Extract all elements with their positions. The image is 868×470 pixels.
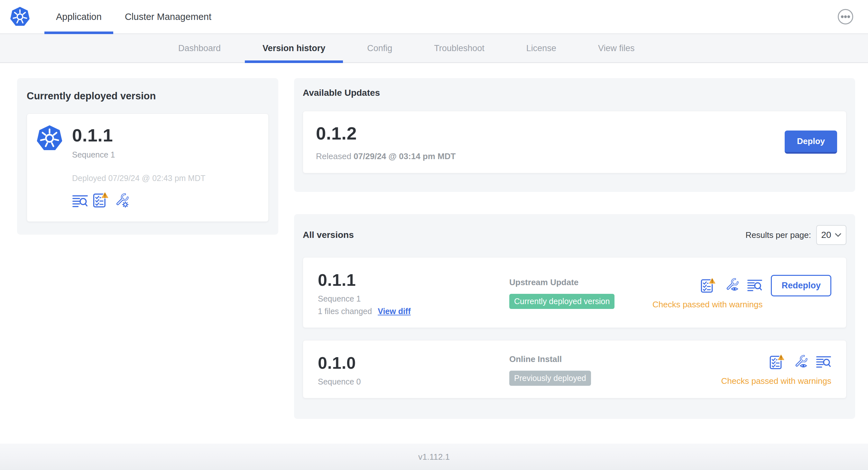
version-row-0-1-1: 0.1.1 Sequence 1 1 files changed View di… xyxy=(303,257,846,328)
console-version: v1.112.1 xyxy=(418,452,450,462)
previously-deployed-badge: Previously deployed xyxy=(509,371,591,386)
results-per-page: Results per page: 20 xyxy=(745,225,846,245)
available-updates-card: Available Updates 0.1.2 Released 07/29/2… xyxy=(294,78,855,192)
top-nav: Application Cluster Management xyxy=(44,0,223,33)
results-per-page-label: Results per page: xyxy=(745,230,811,240)
admin-console: Application Cluster Management Dashboard… xyxy=(0,0,868,470)
all-versions-title: All versions xyxy=(303,230,354,240)
results-per-page-value: 20 xyxy=(821,230,831,240)
redeploy-button[interactable]: Redeploy xyxy=(771,275,831,296)
tab-config-label: Config xyxy=(367,43,392,54)
current-version-card: Currently deployed version 0.1.1 Sequenc… xyxy=(17,78,278,235)
tab-version-history-label: Version history xyxy=(262,43,325,54)
row-sequence: Sequence 1 xyxy=(318,294,509,303)
deploy-logs-icon[interactable] xyxy=(816,355,831,368)
tab-dashboard[interactable]: Dashboard xyxy=(160,34,238,62)
tab-config[interactable]: Config xyxy=(349,34,410,62)
current-version-number: 0.1.1 xyxy=(72,125,206,146)
main-content: Currently deployed version 0.1.1 Sequenc… xyxy=(0,63,868,444)
files-changed-label: 1 files changed xyxy=(318,307,372,316)
row-source-label: Online Install xyxy=(509,354,721,364)
results-per-page-select[interactable]: 20 xyxy=(816,225,846,245)
current-version-panel: 0.1.1 Sequence 1 Deployed 07/29/24 @ 02:… xyxy=(27,113,269,222)
tab-cluster-management[interactable]: Cluster Management xyxy=(113,0,223,33)
checks-status-text[interactable]: Checks passed with warnings xyxy=(721,376,832,386)
available-updates-title: Available Updates xyxy=(303,88,846,98)
tab-view-files-label: View files xyxy=(598,43,635,54)
edit-config-wrench-gear-icon[interactable] xyxy=(114,193,129,208)
released-date: 07/29/24 @ 03:14 pm MDT xyxy=(353,152,456,161)
row-version-number: 0.1.0 xyxy=(318,353,509,373)
right-column: Available Updates 0.1.2 Released 07/29/2… xyxy=(294,78,855,419)
all-versions-card: All versions Results per page: 20 0.1.1 … xyxy=(294,214,855,419)
row-version-number: 0.1.1 xyxy=(318,270,509,290)
deploy-logs-icon[interactable] xyxy=(747,278,763,292)
row-sequence: Sequence 0 xyxy=(318,377,509,387)
version-row-0-1-0: 0.1.0 Sequence 0 Online Install Previous… xyxy=(303,340,846,398)
topbar: Application Cluster Management xyxy=(0,0,868,34)
deploy-logs-icon[interactable] xyxy=(72,194,88,208)
app-icon xyxy=(36,125,63,208)
update-version-number: 0.1.2 xyxy=(316,123,456,144)
tab-view-files[interactable]: View files xyxy=(580,34,652,62)
preflight-checks-warning-icon[interactable] xyxy=(701,277,716,293)
view-config-wrench-eye-icon[interactable] xyxy=(724,277,739,293)
deploy-button[interactable]: Deploy xyxy=(785,131,837,154)
view-diff-link[interactable]: View diff xyxy=(378,307,410,316)
tab-troubleshoot[interactable]: Troubleshoot xyxy=(416,34,502,62)
tab-license[interactable]: License xyxy=(509,34,574,62)
update-row: 0.1.2 Released 07/29/24 @ 03:14 pm MDT D… xyxy=(303,111,846,173)
current-version-sequence: Sequence 1 xyxy=(72,150,206,160)
checks-status-text[interactable]: Checks passed with warnings xyxy=(652,300,763,310)
current-version-deployed-date: Deployed 07/29/24 @ 02:43 pm MDT xyxy=(72,174,206,183)
tab-dashboard-label: Dashboard xyxy=(178,43,221,54)
update-released-line: Released 07/29/24 @ 03:14 pm MDT xyxy=(316,152,456,161)
app-subnav: Dashboard Version history Config Trouble… xyxy=(0,34,868,63)
row-source-label: Upstream Update xyxy=(509,277,652,288)
preflight-checks-warning-icon[interactable] xyxy=(93,191,110,208)
footer: v1.112.1 xyxy=(0,444,868,470)
tab-license-label: License xyxy=(526,43,556,54)
released-label: Released xyxy=(316,152,351,161)
tab-application-label: Application xyxy=(56,11,102,22)
chevron-down-icon xyxy=(835,233,842,237)
currently-deployed-badge: Currently deployed version xyxy=(509,294,615,309)
tab-version-history[interactable]: Version history xyxy=(245,34,343,62)
tab-troubleshoot-label: Troubleshoot xyxy=(434,43,485,54)
ellipsis-menu-icon[interactable] xyxy=(837,8,854,25)
view-config-wrench-eye-icon[interactable] xyxy=(793,354,808,369)
preflight-checks-warning-icon[interactable] xyxy=(769,354,785,370)
tab-cluster-management-label: Cluster Management xyxy=(125,11,211,22)
kubernetes-logo-icon xyxy=(10,0,30,33)
tab-application[interactable]: Application xyxy=(44,0,113,33)
current-version-title: Currently deployed version xyxy=(27,90,269,102)
